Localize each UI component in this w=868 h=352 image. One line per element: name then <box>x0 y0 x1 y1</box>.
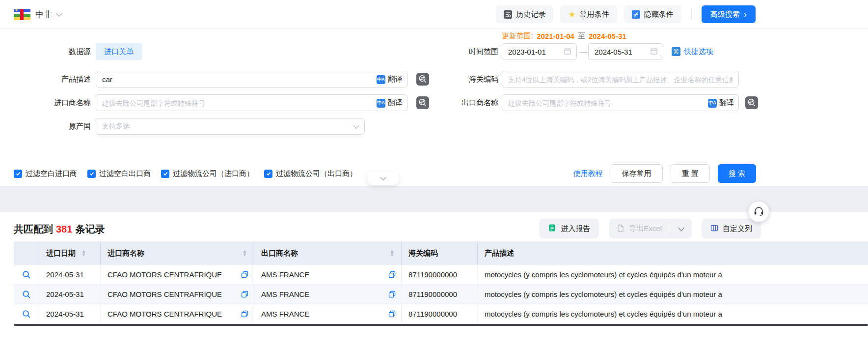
star-icon: ★ <box>568 10 575 19</box>
search-form-panel: 更新范围: 2021-01-04 至 2024-05-31 数据源 进口关单 时… <box>0 29 868 186</box>
search-button[interactable]: 搜 索 <box>718 164 756 183</box>
translate-icon: 中A <box>377 99 385 108</box>
fuzzy-match-toggle-icon[interactable] <box>745 96 758 109</box>
translate-icon: 中A <box>708 99 717 108</box>
advanced-search-button[interactable]: 高级搜索 › <box>702 5 756 23</box>
cell-exporter-name: AMS FRANCE <box>261 290 309 298</box>
calendar-icon[interactable] <box>564 47 571 57</box>
cell-exporter-name: AMS FRANCE <box>261 310 309 318</box>
row-detail-search-icon[interactable] <box>22 270 31 279</box>
country-selector[interactable]: ★ 中非 <box>14 0 61 29</box>
row-detail-search-icon[interactable] <box>22 310 31 319</box>
favorites-button[interactable]: ★ 常用条件 <box>560 5 617 23</box>
history-label: 历史记录 <box>516 10 545 19</box>
date-from-input[interactable]: 2023-01-01 <box>502 43 577 60</box>
report-icon <box>548 224 556 234</box>
update-range-from: 2021-01-04 <box>537 32 574 40</box>
sort-icons[interactable]: ▲▼ <box>390 250 394 257</box>
customer-service-button[interactable] <box>748 201 769 222</box>
cell-importer-name: CFAO MOTORS CENTRAFRIQUE <box>108 290 222 298</box>
table-header-importer-name[interactable]: 进口商名称 ▲▼ <box>101 241 254 265</box>
cell-product-description: motocycles (y compris les cyclomoteurs) … <box>478 265 868 284</box>
export-excel-button[interactable]: 导出Excel <box>609 219 670 238</box>
table-header-product: 产品描述 <box>478 241 868 265</box>
hide-conditions-button[interactable]: 隐藏条件 <box>624 5 681 23</box>
hs-code-label: 海关编码 <box>398 71 498 88</box>
update-range-label: 更新范围: <box>502 31 533 41</box>
quick-options-button[interactable]: ⌘ 快捷选项 <box>672 43 713 60</box>
table-header-search-column <box>14 241 39 265</box>
translate-label: 翻译 <box>719 98 734 108</box>
chevron-right-icon: › <box>744 9 747 19</box>
data-source-label: 数据源 <box>0 43 91 60</box>
copy-icon[interactable] <box>388 291 396 298</box>
copy-icon[interactable] <box>388 310 396 318</box>
time-range-label: 时间范围 <box>398 43 498 60</box>
copy-icon[interactable] <box>241 310 248 318</box>
checkbox-filter-logistics-importer[interactable]: 过滤物流公司（进口商） <box>161 169 254 178</box>
data-source-tab-import[interactable]: 进口关单 <box>96 43 142 60</box>
table-header-hs-code: 海关编码 <box>402 241 478 265</box>
tutorial-link[interactable]: 使用教程 <box>573 169 603 178</box>
top-bar: ★ 中非 历史记录 ★ 常用条件 隐藏条件 高级搜索 › <box>0 0 868 29</box>
copy-icon[interactable] <box>388 271 396 278</box>
results-table: 进口日期 ▲▼ 进口商名称 ▲▼ 出口商名称 ▲▼ 海关编码 产品描述 <box>14 241 868 326</box>
save-conditions-button[interactable]: 保存常用 <box>611 164 663 183</box>
history-icon <box>504 10 512 19</box>
exporter-name-label: 出口商名称 <box>398 94 498 111</box>
checkbox-checked-icon[interactable] <box>161 170 169 178</box>
exporter-name-input[interactable] <box>502 94 739 111</box>
advanced-search-label: 高级搜索 <box>710 10 740 19</box>
copy-icon[interactable] <box>241 271 248 278</box>
headset-icon <box>753 205 764 218</box>
background-band <box>0 186 868 212</box>
horizontal-scrollbar[interactable] <box>14 324 868 326</box>
cell-exporter-name: AMS FRANCE <box>261 270 309 279</box>
cell-importer-name: CFAO MOTORS CENTRAFRIQUE <box>108 310 222 318</box>
central-africa-flag-icon: ★ <box>14 9 30 20</box>
checkbox-checked-icon[interactable] <box>264 170 272 178</box>
checkbox-checked-icon[interactable] <box>87 170 96 178</box>
favorites-label: 常用条件 <box>580 10 609 19</box>
table-header-exporter-name[interactable]: 出口商名称 ▲▼ <box>254 241 402 265</box>
row-detail-search-icon[interactable] <box>22 290 31 299</box>
checkbox-filter-logistics-exporter[interactable]: 过滤物流公司（出口商） <box>264 169 357 178</box>
product-description-input[interactable] <box>96 71 407 88</box>
sort-icons[interactable]: ▲▼ <box>243 250 247 257</box>
history-button[interactable]: 历史记录 <box>496 5 553 23</box>
hs-code-input[interactable] <box>502 71 739 88</box>
cell-product-description: motocycles (y compris les cyclomoteurs) … <box>478 285 868 304</box>
table-row: 2024-05-31 CFAO MOTORS CENTRAFRIQUE AMS … <box>14 265 868 285</box>
table-header-import-date[interactable]: 进口日期 ▲▼ <box>39 241 101 265</box>
sort-icons[interactable]: ▲▼ <box>81 250 86 257</box>
cell-product-description: motocycles (y compris les cyclomoteurs) … <box>478 304 868 323</box>
checkbox-filter-blank-exporter[interactable]: 过滤空白出口商 <box>87 169 151 178</box>
table-header-row: 进口日期 ▲▼ 进口商名称 ▲▼ 出口商名称 ▲▼ 海关编码 产品描述 <box>14 241 868 265</box>
results-count: 381 <box>56 224 72 235</box>
columns-icon <box>710 224 718 234</box>
checkbox-checked-icon[interactable] <box>14 170 22 178</box>
reset-button[interactable]: 重 置 <box>671 164 710 183</box>
translate-button[interactable]: 中A 翻译 <box>708 98 734 108</box>
collapse-form-handle[interactable] <box>367 172 399 185</box>
enter-report-button[interactable]: 进入报告 <box>539 219 599 238</box>
copy-icon[interactable] <box>241 291 248 298</box>
cell-import-date: 2024-05-31 <box>39 265 101 284</box>
country-name: 中非 <box>35 9 52 20</box>
calendar-icon[interactable] <box>650 47 658 57</box>
cell-import-date: 2024-05-31 <box>39 285 101 304</box>
custom-columns-label: 自定义列 <box>723 224 752 234</box>
chevron-down-icon <box>380 174 386 180</box>
export-options-caret[interactable] <box>670 219 692 238</box>
hide-conditions-label: 隐藏条件 <box>644 10 674 19</box>
importer-name-input[interactable] <box>96 94 407 111</box>
chevron-down-icon <box>678 225 684 231</box>
chevron-down-icon <box>353 122 359 129</box>
checkbox-filter-blank-importer[interactable]: 过滤空白进口商 <box>14 169 77 178</box>
export-icon <box>617 224 624 234</box>
custom-columns-button[interactable]: 自定义列 <box>702 219 761 238</box>
origin-country-select[interactable]: 支持多选 <box>96 118 365 135</box>
quick-options-label: 快捷选项 <box>684 47 713 57</box>
date-to-input[interactable]: 2024-05-31 <box>588 43 663 60</box>
form-actions: 使用教程 保存常用 重 置 搜 索 <box>573 164 756 183</box>
